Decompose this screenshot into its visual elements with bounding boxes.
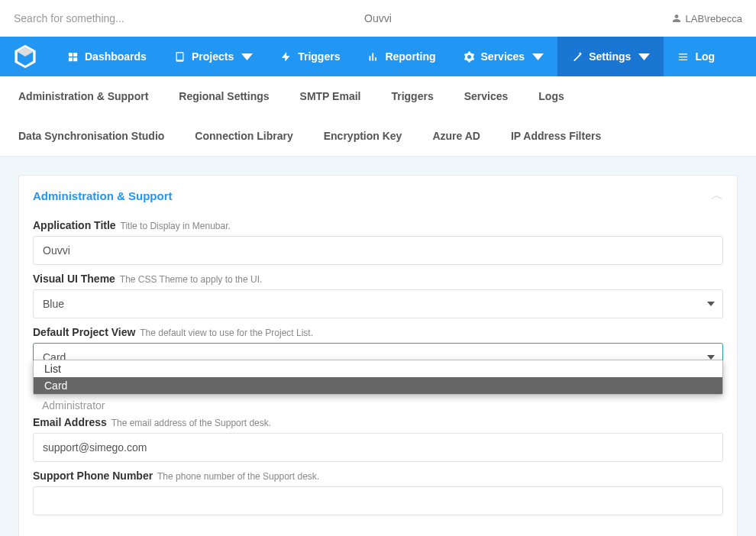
subnav-item[interactable]: SMTP Email: [300, 76, 376, 116]
topbar: Search for something... Ouvvi LAB\rebecc…: [0, 0, 756, 37]
nav-triggers[interactable]: Triggers: [267, 37, 354, 76]
chevron-up-icon: ︿: [711, 188, 723, 204]
nav-settings[interactable]: Settings: [557, 37, 664, 76]
sub-nav: Administration & Support Regional Settin…: [0, 76, 756, 157]
caret-down-icon: [532, 51, 544, 63]
caret-down-icon: [638, 51, 650, 63]
label-hint: The CSS Theme to apply to the UI.: [120, 274, 263, 285]
label-text: Visual UI Theme: [33, 273, 115, 285]
nav-label: Projects: [192, 50, 234, 63]
content-area: Administration & Support ︿ Application T…: [0, 157, 756, 536]
grid-icon: [67, 51, 79, 63]
label-hint: The phone number of the Support desk.: [157, 471, 319, 482]
nav-label: Dashboards: [85, 50, 147, 63]
subnav-item[interactable]: Data Synchronisation Studio: [18, 116, 179, 156]
field-label: Default Project View The default view to…: [33, 326, 723, 338]
label-text: Default Project View: [33, 326, 135, 338]
list-icon: [677, 51, 689, 63]
nav-label: Triggers: [298, 50, 340, 63]
nav-label: Services: [481, 50, 525, 63]
subnav-item[interactable]: IP Address Filters: [511, 116, 616, 156]
caret-down-icon: [241, 51, 253, 63]
nav-reporting[interactable]: Reporting: [354, 37, 449, 76]
subnav-item[interactable]: Azure AD: [432, 116, 496, 156]
panel-header[interactable]: Administration & Support ︿: [19, 176, 737, 216]
application-title-input[interactable]: [33, 236, 723, 265]
email-address-input[interactable]: [33, 433, 723, 462]
settings-panel: Administration & Support ︿ Application T…: [18, 175, 738, 536]
label-hint: The email address of the Support desk.: [111, 418, 271, 428]
panel-title: Administration & Support: [33, 189, 173, 202]
label-text: Email Address: [33, 416, 107, 428]
label-text: Application Title: [33, 219, 116, 231]
field-application-title: Application Title Title to Display in Me…: [33, 219, 723, 265]
logo[interactable]: [12, 44, 38, 69]
subnav-item[interactable]: Regional Settings: [179, 76, 284, 116]
search-input[interactable]: Search for something...: [14, 12, 257, 24]
field-visual-theme: Visual UI Theme The CSS Theme to apply t…: [33, 273, 723, 318]
project-view-dropdown: List Card: [33, 360, 723, 395]
nav-services[interactable]: Services: [450, 37, 558, 76]
subnav-item[interactable]: Encryption Key: [324, 116, 418, 156]
user-label: LAB\rebecca: [686, 13, 742, 24]
label-hint: Title to Display in Menubar.: [121, 221, 231, 231]
main-nav: Dashboards Projects Triggers Reporting S…: [0, 37, 756, 76]
nav-label: Settings: [589, 50, 631, 63]
subnav-item[interactable]: Services: [464, 76, 524, 116]
field-label: Email Address The email address of the S…: [33, 416, 723, 428]
subnav-item[interactable]: Administration & Support: [18, 76, 163, 116]
user-menu[interactable]: LAB\rebecca: [499, 13, 742, 24]
gears-icon: [464, 51, 475, 63]
field-support-phone: Support Phone Number The phone number of…: [33, 470, 723, 515]
label-text: Support Phone Number: [33, 470, 153, 482]
user-icon: [672, 14, 681, 23]
logo-icon: [12, 44, 38, 69]
obscured-field-value: Administrator: [33, 399, 105, 412]
chart-icon: [367, 51, 379, 63]
dropdown-option-list[interactable]: List: [34, 360, 722, 377]
panel-body: Application Title Title to Display in Me…: [19, 216, 737, 536]
nav-label: Reporting: [385, 50, 435, 63]
field-label: Visual UI Theme The CSS Theme to apply t…: [33, 273, 723, 285]
bolt-icon: [280, 51, 292, 63]
nav-log[interactable]: Log: [664, 37, 729, 76]
field-label: Application Title Title to Display in Me…: [33, 219, 723, 231]
support-phone-input[interactable]: [33, 486, 723, 515]
dropdown-option-card[interactable]: Card: [34, 377, 722, 394]
label-hint: The default view to use for the Project …: [140, 328, 313, 338]
visual-theme-select[interactable]: Blue: [33, 289, 723, 318]
field-email-address: Email Address The email address of the S…: [33, 416, 723, 462]
field-label: Support Phone Number The phone number of…: [33, 470, 723, 482]
subnav-item[interactable]: Connection Library: [195, 116, 308, 156]
book-icon: [174, 51, 186, 63]
subnav-item[interactable]: Logs: [538, 76, 579, 116]
app-title: Ouvvi: [257, 12, 499, 24]
wand-icon: [571, 51, 583, 63]
subnav-item[interactable]: Triggers: [391, 76, 448, 116]
nav-label: Log: [695, 50, 715, 63]
nav-projects[interactable]: Projects: [160, 37, 267, 76]
nav-dashboards[interactable]: Dashboards: [53, 37, 160, 76]
